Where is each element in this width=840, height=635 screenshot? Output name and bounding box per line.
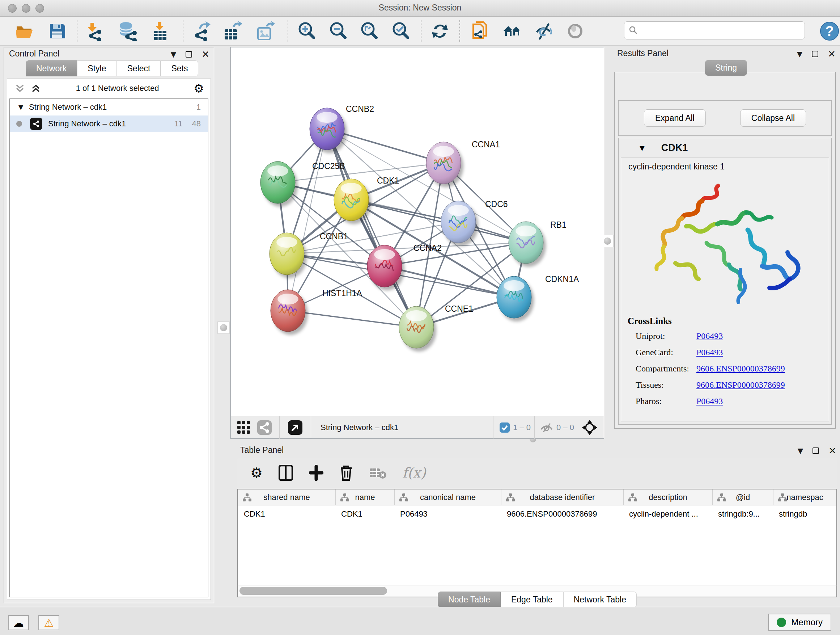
export-table-icon[interactable] xyxy=(223,21,242,41)
network-node-RB1[interactable]: RB1 xyxy=(508,220,567,267)
save-session-icon[interactable] xyxy=(47,21,67,41)
network-canvas[interactable]: CCNB2CCNA1CDC25BCDK1CDC6RB1CCNB1CCNA2CDK… xyxy=(231,48,604,416)
network-node-CDK1[interactable]: CDK1 xyxy=(334,176,399,224)
add-column-icon[interactable] xyxy=(309,465,324,481)
network-collection-row[interactable]: ▼ String Network – cdk1 1 xyxy=(10,99,208,116)
network-node-HIST1H1A[interactable]: HIST1H1A xyxy=(271,288,363,335)
delete-table-icon[interactable] xyxy=(369,466,386,479)
import-network-from-database-icon[interactable] xyxy=(118,21,137,41)
cdk1-entry: ▼ CDK1 cyclin-dependent kinase 1 xyxy=(618,138,832,424)
control-panel-menu-icon[interactable]: ▼ xyxy=(171,51,176,58)
import-network-icon[interactable] xyxy=(85,21,105,41)
delete-column-icon[interactable] xyxy=(339,464,353,481)
export-network-icon[interactable] xyxy=(193,21,212,41)
help-icon[interactable]: ? xyxy=(820,21,839,41)
tab-string[interactable]: String xyxy=(705,60,747,76)
expand-all-button[interactable]: Expand All xyxy=(644,109,706,127)
node-table[interactable]: shared namenamecanonical namedatabase id… xyxy=(237,489,837,585)
column-header-description[interactable]: description xyxy=(623,489,712,505)
tab-style[interactable]: Style xyxy=(77,60,117,76)
selected-checkbox-icon[interactable] xyxy=(499,422,510,433)
table-cell[interactable]: cyclin-dependent ... xyxy=(623,505,712,523)
network-node-CDKN1A[interactable]: CDKN1A xyxy=(497,274,579,321)
cloud-status-button[interactable]: ☁ xyxy=(8,615,29,630)
column-header-name[interactable]: name xyxy=(335,489,394,505)
zoom-fit-icon[interactable] xyxy=(360,21,379,41)
table-cell[interactable]: P06493 xyxy=(394,505,501,523)
table-cell[interactable]: CDK1 xyxy=(238,505,335,523)
table-panel-menu-icon[interactable]: ▼ xyxy=(798,447,803,454)
table-panel-close-icon[interactable]: ✕ xyxy=(829,446,836,455)
network-options-gear-icon[interactable]: ⚙ xyxy=(194,81,204,95)
warnings-button[interactable]: ⚠ xyxy=(38,615,59,630)
network-node-CDC6[interactable]: CDC6 xyxy=(441,200,508,246)
tab-node-table[interactable]: Node Table xyxy=(438,592,501,608)
hide-ghost-eye-icon[interactable] xyxy=(534,21,554,41)
network-node-CCNB2[interactable]: CCNB2 xyxy=(309,104,374,153)
results-panel-menu-icon[interactable]: ▼ xyxy=(797,50,802,57)
column-header--id[interactable]: @id xyxy=(712,489,773,505)
crosslink-link[interactable]: P06493 xyxy=(696,348,723,357)
grid-view-icon[interactable] xyxy=(237,420,251,435)
scrollbar-thumb[interactable] xyxy=(240,587,387,595)
tab-sets[interactable]: Sets xyxy=(161,60,198,76)
network-row[interactable]: String Network – cdk1 11 48 xyxy=(10,116,208,132)
birdseye-crosshair-icon[interactable] xyxy=(581,419,598,436)
crosslink-link[interactable]: P06493 xyxy=(696,331,723,340)
open-session-icon[interactable] xyxy=(15,21,34,41)
export-image-icon[interactable] xyxy=(255,21,275,41)
network-node-CCNB1[interactable]: CCNB1 xyxy=(270,232,348,278)
network-node-CCNA2[interactable]: CCNA2 xyxy=(367,243,442,290)
search-input[interactable] xyxy=(640,23,799,38)
network-edge-CCNB2-HIST1H1A[interactable] xyxy=(288,129,327,310)
table-cell[interactable]: 9606.ENSP00000378699 xyxy=(501,505,623,523)
crosslink-link[interactable]: P06493 xyxy=(696,396,723,406)
collapse-all-button[interactable]: Collapse All xyxy=(740,109,806,127)
table-settings-gear-icon[interactable]: ⚙ xyxy=(250,465,263,481)
control-panel-close-icon[interactable]: ✕ xyxy=(202,50,210,59)
hidden-eye-icon[interactable] xyxy=(540,422,554,433)
zoom-out-icon[interactable] xyxy=(328,21,348,41)
show-columns-icon[interactable] xyxy=(279,465,293,481)
tab-edge-table[interactable]: Edge Table xyxy=(501,592,563,608)
results-panel-close-icon[interactable]: ✕ xyxy=(828,49,836,59)
sphere-icon[interactable] xyxy=(565,21,585,41)
collection-collapse-icon[interactable]: ▼ xyxy=(19,103,23,111)
apply-layout-icon[interactable] xyxy=(430,21,450,41)
zoom-in-icon[interactable] xyxy=(297,21,317,41)
table-panel-float-icon[interactable] xyxy=(813,448,819,454)
network-edge-CDC25B-RB1[interactable] xyxy=(278,182,526,242)
zoom-selected-icon[interactable] xyxy=(391,21,411,41)
node-label-HIST1H1A: HIST1H1A xyxy=(322,288,363,298)
control-panel-float-icon[interactable] xyxy=(186,51,192,57)
table-row[interactable]: CDK1CDK1P064939606.ENSP00000378699cyclin… xyxy=(238,505,836,523)
column-header-shared-name[interactable]: shared name xyxy=(238,489,335,505)
network-node-CDC25B[interactable]: CDC25B xyxy=(261,162,345,207)
entry-collapse-icon[interactable]: ▼ xyxy=(639,144,645,152)
column-header-database-identifier[interactable]: database identifier xyxy=(501,489,623,505)
function-builder-icon[interactable]: f(x) xyxy=(402,465,426,481)
crosslink-link[interactable]: 9606.ENSP00000378699 xyxy=(696,364,785,373)
table-cell[interactable]: CDK1 xyxy=(335,505,394,523)
results-panel-float-icon[interactable] xyxy=(812,51,818,57)
crosslink-link[interactable]: 9606.ENSP00000378699 xyxy=(696,380,785,390)
column-header-namespac[interactable]: namespac xyxy=(773,489,836,505)
tab-network-table[interactable]: Network Table xyxy=(563,592,637,608)
left-splitter-handle[interactable] xyxy=(218,321,230,334)
column-header-canonical-name[interactable]: canonical name xyxy=(394,489,501,505)
tab-network[interactable]: Network xyxy=(26,60,77,76)
expand-all-icon[interactable] xyxy=(30,83,41,94)
tab-select[interactable]: Select xyxy=(117,60,161,76)
homes-icon[interactable] xyxy=(502,21,522,41)
network-node-CCNA1[interactable]: CCNA1 xyxy=(426,140,500,187)
table-cell[interactable]: stringdb:9... xyxy=(712,505,773,523)
import-table-icon[interactable] xyxy=(150,21,170,41)
network-node-CCNE1[interactable]: CCNE1 xyxy=(399,304,473,352)
table-cell[interactable]: stringdb xyxy=(773,505,836,523)
memory-button[interactable]: Memory xyxy=(768,614,831,631)
network-share-view-icon[interactable] xyxy=(257,420,272,435)
collapse-all-icon[interactable] xyxy=(14,83,25,94)
share-session-file-icon[interactable] xyxy=(471,21,491,41)
cdk1-entry-header[interactable]: ▼ CDK1 xyxy=(619,138,831,157)
detach-view-icon[interactable] xyxy=(287,420,303,435)
